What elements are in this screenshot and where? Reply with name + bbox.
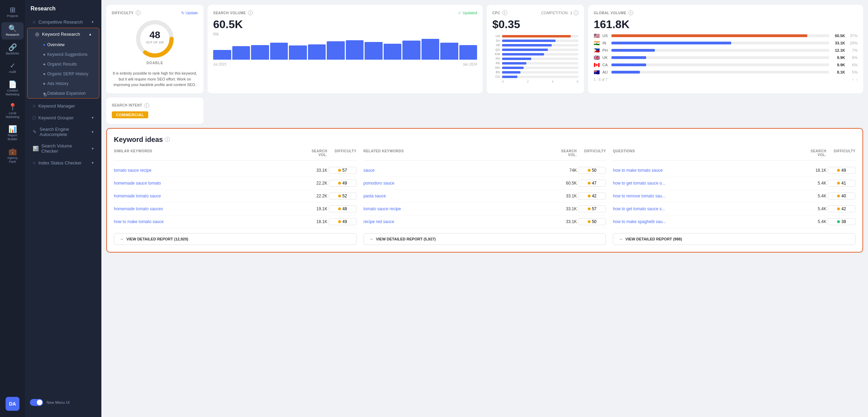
keyword-volume: 19.1K [303, 206, 327, 211]
keyword-row: homemade sauce tomato 22.2K 49 [114, 177, 357, 190]
sidebar-item-report[interactable]: 📊 Report Builder [1, 123, 24, 144]
sidebar-item-backlinks[interactable]: 🔗 Backlinks [1, 41, 24, 58]
cpc-hbar-row: SA [492, 39, 578, 42]
keyword-link[interactable]: how to make tomato sauce [613, 168, 801, 173]
nav-keyword-manager[interactable]: ○ Keyword Manager [27, 100, 99, 112]
backlinks-label: Backlinks [6, 52, 19, 56]
keyword-link[interactable]: how to make spaghetti sau... [613, 219, 801, 224]
cpc-hbar-row: BS [492, 70, 578, 74]
sidebar-item-agency[interactable]: 💼 Agency Pack [1, 145, 24, 167]
nav-keyword-suggestions[interactable]: Keyword Suggestions [40, 50, 99, 59]
content-icon: 📄 [8, 81, 17, 88]
keyword-volume: 33.1K [552, 219, 577, 224]
difficulty-update-btn[interactable]: ↻ Update [181, 11, 198, 15]
si-info-icon[interactable]: i [144, 103, 149, 108]
report-icon: 📊 [8, 126, 17, 133]
next-page-btn[interactable]: › [857, 78, 858, 82]
db-expansion-label: Database Expansion [47, 91, 86, 96]
keyword-link[interactable]: tomato sauce recipe [364, 206, 551, 211]
difficulty-badge: 40 [828, 193, 856, 199]
keyword-volume: 33.1K [552, 206, 577, 211]
cpc-card: CPC i COMPETITION: 1 i $0.35 US SA AE [487, 5, 584, 93]
country-code: CA [602, 63, 609, 67]
si-label: SEARCH INTENT i [112, 103, 198, 108]
keyword-link[interactable]: how to get tomato sauce o... [613, 181, 801, 186]
hbar-fill [502, 35, 571, 37]
keyword-link[interactable]: homemade tomato sauce [114, 194, 302, 198]
keyword-row: pomodoro sauce 60.5K 47 [364, 177, 606, 190]
nav-organic-serp-history[interactable]: Organic SERP History [40, 69, 99, 79]
sv-info-icon[interactable]: i [248, 10, 253, 15]
cpc-info-icon[interactable]: i [502, 10, 507, 15]
keyword-link[interactable]: how to remove tomato sau... [613, 194, 801, 198]
hbar-fill [502, 76, 517, 78]
difficulty-badge: 57 [329, 167, 357, 174]
user-avatar[interactable]: DA [6, 397, 19, 411]
gv-value: 161.8K [594, 18, 858, 31]
nav-keyword-grouper[interactable]: □ Keyword Grouper ▾ [27, 112, 99, 124]
country-bar-fill [611, 49, 655, 52]
sidebar-item-content[interactable]: 📄 Content Marketing [1, 78, 24, 99]
hbar-country-label: QA [492, 48, 500, 51]
new-menu-toggle[interactable] [30, 399, 43, 406]
sidebar-item-research[interactable]: 🔍 Research [1, 22, 24, 40]
hbar-fill [502, 67, 524, 69]
diff-value: 49 [841, 168, 846, 173]
hbar-track [502, 71, 578, 74]
diff-value: 48 [342, 206, 347, 211]
sidebar-item-projects[interactable]: ⊞ Projects [1, 3, 24, 21]
sidebar-item-local[interactable]: 📍 Local Marketing [1, 101, 24, 122]
keyword-link[interactable]: recipe red sauce [364, 219, 551, 224]
serp-history-label: Organic SERP History [47, 71, 88, 76]
sidebar-item-audit[interactable]: ✓ Audit [1, 59, 24, 77]
country-value: 33.1K [832, 41, 845, 45]
search-intent-card: SEARCH INTENT i COMMERCIAL [106, 97, 203, 124]
keyword-link[interactable]: homemade tomato sauces [114, 206, 302, 211]
diff-value: 42 [592, 194, 596, 198]
ki-info-icon[interactable]: i [165, 137, 170, 142]
nav-keyword-research[interactable]: ◎ Keyword Research ▴ [30, 28, 97, 40]
competition-info-icon[interactable]: i [574, 10, 578, 15]
country-code: PH [602, 48, 609, 52]
country-flag: 🇺🇸 [594, 33, 600, 39]
country-flag: 🇨🇦 [594, 62, 600, 68]
nav-search-volume-checker[interactable]: 📊 Search Volume Checker ▾ [27, 140, 99, 157]
sea-chevron: ▾ [92, 130, 94, 134]
nav-organic-results[interactable]: Organic Results [40, 59, 99, 69]
nav-index-status-checker[interactable]: ○ Index Status Checker ▾ [27, 157, 99, 169]
country-bar-track [611, 63, 829, 66]
similar-keywords-col: SIMILAR KEYWORDS SEARCH VOL. DIFFICULTY … [114, 149, 357, 245]
nav-search-engine-autocomplete[interactable]: ✎ Search Engine Autocomplete ▾ [27, 124, 99, 140]
hbar-country-label: US [492, 34, 500, 38]
country-flag: 🇵🇭 [594, 48, 600, 53]
diff-dot [338, 220, 341, 223]
main-content: DIFFICULTY i ↻ Update 48 OUT OF 100 DOAB… [101, 0, 868, 417]
gv-info-icon[interactable]: i [628, 10, 633, 15]
similar-view-report-btn[interactable]: → VIEW DETAILED REPORT (12,920) [114, 233, 357, 245]
similar-keyword-rows: tomato sauce recipe 33.1K 57 homemade sa… [114, 164, 357, 228]
nav-ads-history[interactable]: Ads History [40, 79, 99, 88]
hbar-fill [502, 44, 552, 46]
country-value: 60.5K [832, 34, 845, 38]
nav-competitive-research[interactable]: ○ Competitive Research ▾ [27, 16, 99, 28]
difficulty-info-icon[interactable]: i [136, 10, 141, 15]
keyword-row: how to make spaghetti sau... 5.4K 38 [613, 215, 856, 228]
nav-database-expansion[interactable]: ⚙ Database Expansion [40, 88, 99, 98]
keyword-link[interactable]: how to get tomato sauce s... [613, 206, 801, 211]
keyword-chevron: ▴ [89, 32, 91, 36]
global-volume-card: GLOBAL VOLUME i 161.8K 🇺🇸 US 60.5K 37% 🇮… [588, 5, 863, 93]
prev-page-btn[interactable]: ‹ [852, 78, 853, 82]
diff-value: 42 [841, 206, 846, 211]
keyword-link[interactable]: homemade sauce tomato [114, 181, 302, 186]
sv-bar [384, 44, 402, 60]
keyword-link[interactable]: pasta sauce [364, 194, 551, 198]
keyword-link[interactable]: tomato sauce recipe [114, 168, 302, 173]
questions-view-report-btn[interactable]: → VIEW DETAILED REPORT (988) [613, 233, 856, 245]
related-view-report-btn[interactable]: → VIEW DETAILED REPORT (5,927) [364, 233, 606, 245]
keyword-volume: 5.4K [802, 206, 826, 211]
nav-overview[interactable]: Overview [40, 40, 99, 50]
keyword-link[interactable]: pomodoro sauce [364, 181, 551, 186]
keyword-link[interactable]: sauce [364, 168, 551, 173]
hbar-fill [502, 53, 544, 56]
keyword-link[interactable]: how to make tomato sauce [114, 219, 302, 224]
